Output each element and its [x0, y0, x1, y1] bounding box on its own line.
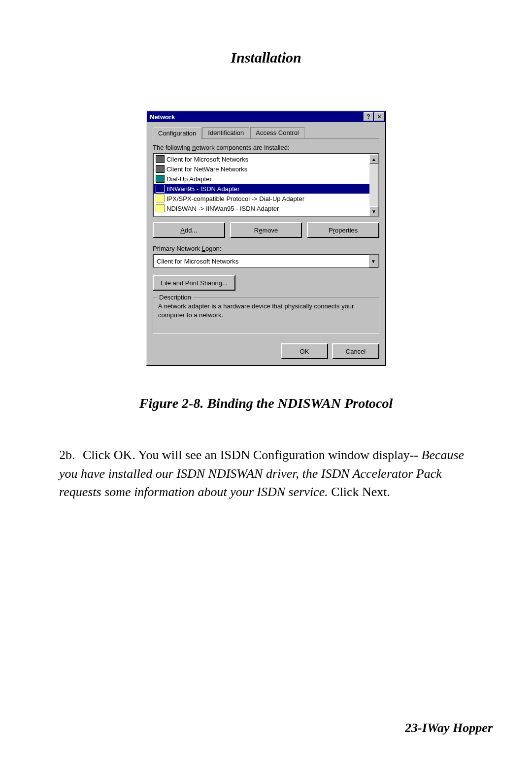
list-item-label: IPX/SPX-compatible Protocol -> Dial-Up A…	[166, 195, 304, 202]
step-number: 2b.	[59, 446, 83, 465]
client-icon	[156, 165, 165, 173]
tab-identification[interactable]: Identification	[202, 127, 249, 138]
list-item[interactable]: IINWan95 - ISDN Adapter	[154, 184, 369, 194]
components-listbox[interactable]: Client for Microsoft Networks Client for…	[153, 153, 379, 217]
figure-caption: Figure 2-8. Binding the NDISWAN Protocol	[39, 396, 493, 411]
list-item[interactable]: Dial-Up Adapter	[154, 174, 369, 184]
scroll-track[interactable]	[369, 164, 378, 206]
instruction-step: 2b.Click OK. You will see an ISDN Config…	[59, 446, 483, 501]
tab-access-control[interactable]: Access Control	[250, 127, 304, 138]
list-item[interactable]: NDISWAN -> IINWan95 - ISDN Adapter	[154, 203, 369, 213]
adapter-icon	[156, 185, 165, 193]
list-item-label: NDISWAN -> IINWan95 - ISDN Adapter	[166, 205, 279, 212]
adapter-icon	[156, 175, 165, 183]
ok-button[interactable]: OK	[281, 343, 328, 359]
list-item-label: Client for NetWare Networks	[166, 166, 247, 173]
list-item[interactable]: IPX/SPX-compatible Protocol -> Dial-Up A…	[154, 194, 369, 203]
close-icon[interactable]: ×	[374, 112, 384, 121]
scrollbar[interactable]: ▲ ▼	[369, 154, 378, 216]
network-dialog: Network ? × Configuration Identification…	[146, 110, 386, 366]
cancel-button[interactable]: Cancel	[332, 343, 379, 359]
step-text-tail: Click Next.	[328, 485, 390, 499]
combo-value: Client for Microsoft Networks	[154, 258, 368, 265]
description-group: Description A network adapter is a hardw…	[153, 298, 379, 333]
components-label: The following network components are ins…	[153, 144, 379, 151]
tab-strip: Configuration Identification Access Cont…	[153, 127, 379, 139]
tab-configuration[interactable]: Configuration	[153, 128, 201, 139]
description-text: A network adapter is a hardware device t…	[158, 302, 374, 319]
list-item-label: IINWan95 - ISDN Adapter	[166, 185, 239, 193]
list-item-label: Dial-Up Adapter	[166, 175, 212, 183]
list-item[interactable]: Client for NetWare Networks	[154, 164, 369, 174]
list-items: Client for Microsoft Networks Client for…	[154, 154, 369, 216]
client-icon	[156, 155, 165, 163]
primary-logon-select[interactable]: Client for Microsoft Networks ▼	[153, 254, 379, 268]
chevron-down-icon[interactable]: ▼	[368, 255, 378, 267]
primary-logon-label: Primary Network Logon:	[153, 245, 379, 252]
page-title: Installation	[39, 49, 493, 66]
remove-button[interactable]: Remove	[230, 222, 302, 238]
file-print-sharing-button[interactable]: File and Print Sharing...	[153, 275, 235, 291]
scroll-down-icon[interactable]: ▼	[369, 206, 378, 216]
list-item[interactable]: Client for Microsoft Networks	[154, 154, 369, 164]
page-footer: 23-IWay Hopper	[405, 721, 493, 735]
group-title: Description	[157, 294, 193, 301]
scroll-up-icon[interactable]: ▲	[369, 154, 378, 164]
dialog-figure: Network ? × Configuration Identification…	[39, 110, 493, 366]
help-icon[interactable]: ?	[364, 112, 373, 121]
titlebar: Network ? ×	[147, 111, 385, 122]
protocol-icon	[156, 204, 165, 212]
step-text: Click OK. You will see an ISDN Configura…	[83, 448, 422, 462]
add-button[interactable]: Add...	[153, 222, 225, 238]
properties-button[interactable]: Properties	[307, 222, 379, 238]
protocol-icon	[156, 195, 165, 202]
dialog-title: Network	[150, 113, 363, 121]
list-item-label: Client for Microsoft Networks	[166, 156, 248, 163]
